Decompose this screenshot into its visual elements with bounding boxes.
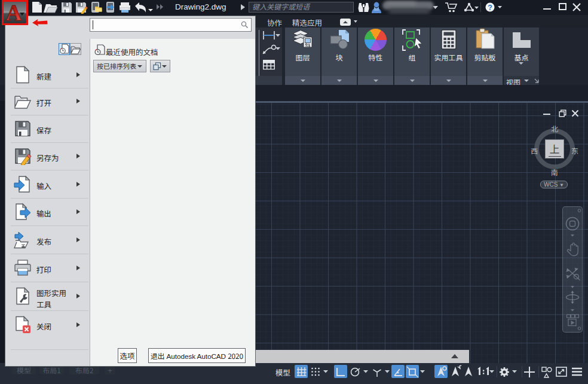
svg-text:?: ? bbox=[488, 4, 492, 12]
